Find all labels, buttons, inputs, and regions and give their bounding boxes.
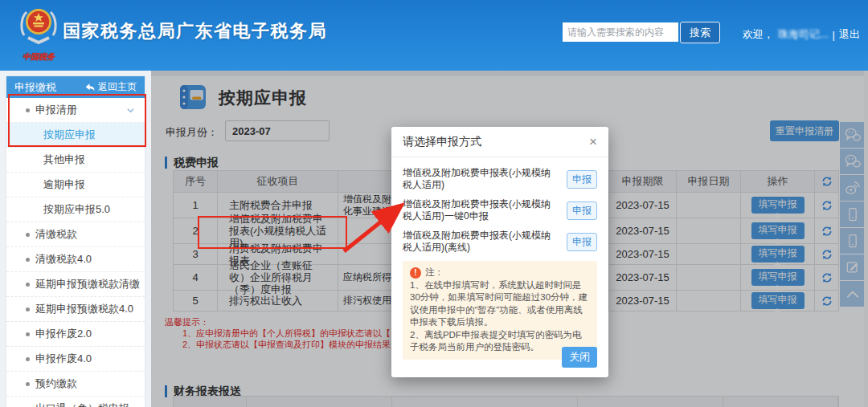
bullet-dot xyxy=(26,332,30,336)
sidebar-item-zuofei-4[interactable]: 申报作废4.0 xyxy=(6,347,145,372)
bullet-dot xyxy=(26,258,30,262)
note-line: 1、在线申报填写时，系统默认超时时间是30分钟，如果填写时间可能超过30分钟，建… xyxy=(410,279,590,329)
bullet-dot xyxy=(26,283,30,287)
sidebar-item-yanqi-4[interactable]: 延期申报预缴税款4.0 xyxy=(6,297,145,322)
sidebar-item-zuofei-2[interactable]: 申报作废2.0 xyxy=(6,322,145,347)
option-label: 增值税及附加税费申报表(小规模纳税人适用)一键0申报 xyxy=(403,198,557,222)
site-title: 国家税务总局广东省电子税务局 xyxy=(63,19,327,43)
note-title: 注： xyxy=(425,267,444,279)
logo-caption: 中国税务 xyxy=(13,51,64,63)
sidebar-item-yanqi-qingjiao[interactable]: 延期申报预缴税款清缴 xyxy=(6,272,145,297)
back-arrow-icon xyxy=(84,83,95,92)
declaration-option: 增值税及附加税费申报表(小规模纳税人适用)(离线) 申报 xyxy=(403,230,597,254)
sidebar-item-qita-shenbao[interactable]: 其他申报 xyxy=(6,148,145,173)
welcome-label: 欢迎， xyxy=(743,27,774,42)
dialog-header: 请选择申报方式 × xyxy=(391,127,608,157)
declaration-option: 增值税及附加税费申报表(小规模纳税人适用)一键0申报 申报 xyxy=(403,198,597,222)
sidebar-item-anqi-5[interactable]: 按期应申报5.0 xyxy=(6,197,145,222)
close-icon[interactable]: × xyxy=(589,135,597,149)
dialog-body: 增值税及附加税费申报表(小规模纳税人适用) 申报 增值税及附加税费申报表(小规模… xyxy=(391,157,608,360)
tax-bureau-logo: 中国税务 xyxy=(13,5,64,67)
sidebar-title: 申报缴税 xyxy=(14,80,56,95)
sidebar-item-qingjiao-shuikuan[interactable]: 清缴税款 xyxy=(6,222,145,247)
top-header: 中国税务 国家税务总局广东省电子税务局 搜索 欢迎，珠海司记... | 退出 xyxy=(0,0,868,71)
option-label: 增值税及附加税费申报表(小规模纳税人适用)(离线) xyxy=(403,230,557,254)
declare-button[interactable]: 申报 xyxy=(567,170,597,189)
back-home-link[interactable]: 返回主页 xyxy=(84,80,137,94)
dialog-footer: 关闭 xyxy=(562,347,597,368)
separator: | xyxy=(833,29,835,41)
username: 珠海司记... xyxy=(778,27,829,42)
sidebar-item-chukou-tui[interactable]: 出口退（免）税申报 xyxy=(6,397,145,407)
sidebar: 申报缴税 返回主页 申报清册 按期应申报 其他申报 逾期申报 按期应申报5.0 xyxy=(6,76,145,407)
sidebar-item-shenbao-qingce[interactable]: 申报清册 xyxy=(6,98,145,123)
bullet-dot xyxy=(26,108,30,112)
dialog-note: ! 注： 1、在线申报填写时，系统默认超时时间是30分钟，如果填写时间可能超过3… xyxy=(403,261,597,360)
sidebar-header: 申报缴税 返回主页 xyxy=(6,76,145,98)
search-input[interactable] xyxy=(563,22,678,42)
sidebar-item-yuyue-jiaokuan[interactable]: 预约缴款 xyxy=(6,372,145,397)
bullet-dot xyxy=(26,307,30,311)
close-button[interactable]: 关闭 xyxy=(562,347,597,368)
option-label: 增值税及附加税费申报表(小规模纳税人适用) xyxy=(403,167,557,191)
search-button[interactable]: 搜索 xyxy=(680,22,720,43)
declaration-method-dialog: 请选择申报方式 × 增值税及附加税费申报表(小规模纳税人适用) 申报 增值税及附… xyxy=(391,127,608,377)
chevron-down-icon xyxy=(126,105,135,117)
declaration-option: 增值税及附加税费申报表(小规模纳税人适用) 申报 xyxy=(403,167,597,191)
warning-icon: ! xyxy=(410,267,421,279)
sidebar-item-yuqi-shenbao[interactable]: 逾期申报 xyxy=(6,173,145,197)
logout-link[interactable]: 退出 xyxy=(839,27,860,42)
bullet-dot xyxy=(26,382,30,386)
user-area: 欢迎，珠海司记... | 退出 xyxy=(743,27,860,42)
electronic-tax-bureau-page: 中国税务 国家税务总局广东省电子税务局 搜索 欢迎，珠海司记... | 退出 申… xyxy=(0,0,868,407)
declare-button[interactable]: 申报 xyxy=(567,233,597,251)
sidebar-item-anqi-ying-shenbao[interactable]: 按期应申报 xyxy=(6,123,145,148)
sidebar-item-qingjiao-4[interactable]: 清缴税款4.0 xyxy=(6,247,145,272)
dialog-title: 请选择申报方式 xyxy=(403,135,481,149)
national-emblem-icon xyxy=(17,5,60,50)
bullet-dot xyxy=(26,357,30,361)
declare-button[interactable]: 申报 xyxy=(567,201,597,220)
bullet-dot xyxy=(26,233,30,237)
